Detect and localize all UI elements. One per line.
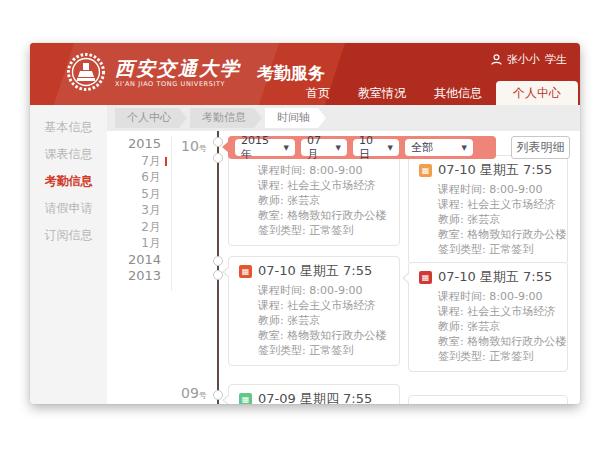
field-value: 张芸京 xyxy=(467,320,500,333)
field-value: 8:00-9:00 xyxy=(309,284,362,297)
timeline-month-jun[interactable]: 6月 xyxy=(107,169,171,186)
card-header: ▦ 07-09 星期四 7:55 xyxy=(239,391,389,404)
timeline-node xyxy=(213,390,223,400)
timeline-month-may[interactable]: 5月 xyxy=(107,186,171,203)
field-label: 教室: xyxy=(438,335,464,348)
field-label: 教室: xyxy=(258,329,284,342)
field-label: 签到类型: xyxy=(438,243,486,256)
attendance-card: ▦ 07-10 星期五 7:55 课程时间: 8:00-9:00 课程: 社会主… xyxy=(408,155,568,265)
field-label: 签到类型: xyxy=(258,224,306,237)
field-value: 正常签到 xyxy=(309,224,353,237)
timeline-month-mar[interactable]: 3月 xyxy=(107,202,171,219)
field-value: 社会主义市场经济 xyxy=(287,179,375,192)
breadcrumb-bar: 个人中心 考勤信息 时间轴 xyxy=(107,105,580,131)
field-label: 课程时间: xyxy=(438,290,486,303)
timeline-node xyxy=(213,256,223,266)
brand-area: 西安交通大学 XI'AN JIAO TONG UNIVERSITY 考勤服务 xyxy=(66,52,325,92)
chevron-down-icon: ▼ xyxy=(462,144,467,152)
field-value: 社会主义市场经济 xyxy=(467,305,555,318)
card-header: ▦ 07-10 星期五 7:55 xyxy=(419,162,557,178)
field-value: 社会主义市场经济 xyxy=(287,299,375,312)
field-label: 课程: xyxy=(438,198,464,211)
timeline-axis xyxy=(217,131,219,404)
timeline-year-month-nav: 2015 7月 6月 5月 3月 2月 1月 2014 2013 xyxy=(107,136,172,291)
university-name-en: XI'AN JIAO TONG UNIVERSITY xyxy=(115,80,241,88)
field-value: 社会主义市场经济 xyxy=(467,198,555,211)
timeline-content: 2015 7月 6月 5月 3月 2月 1月 2014 2013 10号 09号… xyxy=(107,131,580,404)
month-filter-dropdown[interactable]: 07月▼ xyxy=(301,139,347,156)
field-label: 教师: xyxy=(438,213,464,226)
card-header: ▦ 07-10 星期五 7:55 xyxy=(419,269,557,285)
attendance-card: ▦ 07-10 星期五 7:55 课程时间: 8:00-9:00 课程: 社会主… xyxy=(228,256,400,366)
university-name-cn: 西安交通大学 xyxy=(115,57,241,79)
attendance-card: ▦ 07-10 星期五 7:55 课程时间: 8:00-9:00 课程: 社会主… xyxy=(408,262,568,372)
day-marker-10: 10号 xyxy=(181,138,207,154)
field-value: 8:00-9:00 xyxy=(489,183,542,196)
user-name: 张小小 xyxy=(507,52,540,67)
timeline-node xyxy=(213,270,223,280)
breadcrumb-personal-center[interactable]: 个人中心 xyxy=(115,108,187,128)
breadcrumb-timeline[interactable]: 时间轴 xyxy=(265,108,326,128)
sidebar-item-leave-request[interactable]: 请假申请 xyxy=(30,195,107,222)
type-filter-dropdown[interactable]: 全部▼ xyxy=(405,139,473,156)
breadcrumb: 个人中心 考勤信息 时间轴 xyxy=(115,108,326,128)
chevron-down-icon: ▼ xyxy=(284,144,289,152)
field-label: 课程: xyxy=(438,305,464,318)
user-icon xyxy=(491,54,502,65)
user-info[interactable]: 张小小 学生 xyxy=(491,52,567,67)
sidebar: 基本信息 课表信息 考勤信息 请假申请 订阅信息 xyxy=(30,105,107,404)
calendar-icon: ▦ xyxy=(419,271,432,284)
field-value: 正常签到 xyxy=(489,350,533,363)
field-value: 8:00-9:00 xyxy=(489,290,542,303)
field-value: 8:00-9:00 xyxy=(309,164,362,177)
field-label: 签到类型: xyxy=(438,350,486,363)
list-detail-button[interactable]: 列表明细 xyxy=(511,136,570,159)
field-value: 正常签到 xyxy=(309,344,353,357)
chevron-down-icon: ▼ xyxy=(388,144,393,152)
field-label: 教室: xyxy=(258,209,284,222)
card-header: ▦ 07-10 星期五 7:55 xyxy=(239,263,389,279)
field-label: 签到类型: xyxy=(258,344,306,357)
sidebar-item-basic-info[interactable]: 基本信息 xyxy=(30,114,107,141)
nav-home[interactable]: 首页 xyxy=(292,81,344,105)
app-header: 西安交通大学 XI'AN JIAO TONG UNIVERSITY 考勤服务 张… xyxy=(30,43,580,105)
field-label: 教师: xyxy=(258,314,284,327)
sidebar-item-attendance[interactable]: 考勤信息 xyxy=(30,168,107,195)
sidebar-item-subscription[interactable]: 订阅信息 xyxy=(30,222,107,249)
nav-other-info[interactable]: 其他信息 xyxy=(420,81,496,105)
sidebar-item-schedule[interactable]: 课表信息 xyxy=(30,141,107,168)
card-date: 07-10 星期五 7:55 xyxy=(438,268,552,286)
timeline-month-jul[interactable]: 7月 xyxy=(107,153,171,170)
nav-personal-center[interactable]: 个人中心 xyxy=(496,81,578,105)
app-window: 西安交通大学 XI'AN JIAO TONG UNIVERSITY 考勤服务 张… xyxy=(30,43,580,404)
attendance-card-partial xyxy=(408,395,568,404)
calendar-icon: ▦ xyxy=(419,164,432,177)
timeline-year-2013[interactable]: 2013 xyxy=(107,268,171,285)
day-marker-09: 09号 xyxy=(181,385,207,401)
field-value: 格物致知行政办公楼 xyxy=(467,228,566,241)
field-label: 教师: xyxy=(438,320,464,333)
field-value: 格物致知行政办公楼 xyxy=(467,335,566,348)
timeline-year-2014[interactable]: 2014 xyxy=(107,252,171,269)
timeline-month-jan[interactable]: 1月 xyxy=(107,235,171,252)
field-value: 张芸京 xyxy=(287,314,320,327)
field-label: 教室: xyxy=(438,228,464,241)
nav-classrooms[interactable]: 教室情况 xyxy=(344,81,420,105)
university-logo-icon xyxy=(66,52,106,92)
field-value: 格物致知行政办公楼 xyxy=(287,329,386,342)
field-label: 课程: xyxy=(258,299,284,312)
field-value: 张芸京 xyxy=(287,194,320,207)
breadcrumb-attendance[interactable]: 考勤信息 xyxy=(190,108,262,128)
field-value: 格物致知行政办公楼 xyxy=(287,209,386,222)
field-label: 课程: xyxy=(258,179,284,192)
field-label: 教师: xyxy=(258,194,284,207)
field-label: 课程时间: xyxy=(258,164,306,177)
day-filter-dropdown[interactable]: 10日▼ xyxy=(353,139,399,156)
filter-bar: 2015年▼ 07月▼ 10日▼ 全部▼ xyxy=(228,136,496,159)
field-value: 正常签到 xyxy=(489,243,533,256)
main-nav: 首页 教室情况 其他信息 个人中心 xyxy=(292,81,578,105)
year-filter-dropdown[interactable]: 2015年▼ xyxy=(235,139,295,156)
timeline-month-feb[interactable]: 2月 xyxy=(107,219,171,236)
timeline-year-2015[interactable]: 2015 xyxy=(107,136,171,153)
field-label: 课程时间: xyxy=(438,183,486,196)
